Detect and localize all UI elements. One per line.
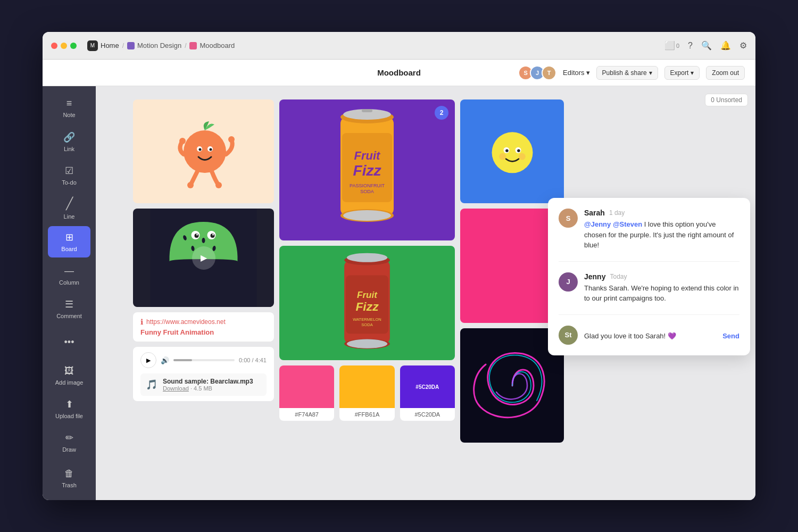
card-fruit-animation[interactable] [133,99,274,203]
svg-point-46 [499,153,506,160]
sidebar-label-upload: Upload file [55,413,83,419]
home-label[interactable]: Home [101,41,119,49]
audio-file-icon: 🎵 [146,379,157,390]
svg-text:SODA: SODA [360,189,374,194]
editors-button[interactable]: Editors ▾ [563,69,589,77]
sidebar-label-note: Note [63,112,75,118]
titlebar-right: ⬜ 0 ? 🔍 🔔 ⚙ [664,40,747,51]
breadcrumb: M Home / Motion Design / Moodboard [87,40,235,51]
comment-thread: S Sarah 1 day @Jenny @Steven I love this… [559,209,739,345]
maximize-button[interactable] [70,43,77,49]
motion-design-label[interactable]: Motion Design [137,41,181,49]
svg-point-5 [179,138,186,144]
comment-input[interactable] [584,332,717,340]
search-icon[interactable]: 🔍 [701,40,712,51]
close-button[interactable] [51,43,57,49]
comment-jenny-header: Jenny Today [584,272,739,281]
sidebar-item-column[interactable]: — Column [48,260,90,291]
draw-icon: ✏ [65,432,73,444]
settings-icon[interactable]: ⚙ [739,40,747,51]
swatch-orange-label: #FFB61A [339,408,394,421]
sidebar-item-trash[interactable]: 🗑 Trash [48,462,90,494]
neon-spiral-svg [464,338,560,434]
svg-point-34 [347,253,387,262]
moodboard-label[interactable]: Moodboard [200,41,235,49]
sidebar-item-board[interactable]: ⊞ Board [48,226,90,257]
svg-point-11 [202,238,205,243]
avatar-steven: St [559,326,578,345]
comment-jenny: J Jenny Today Thanks Sarah. We're hoping… [559,272,739,304]
svg-point-8 [215,182,222,188]
help-icon[interactable]: ? [688,41,693,51]
audio-play-button[interactable]: ▶ [140,352,156,368]
send-button[interactable]: Send [722,332,739,340]
motion-design-icon [127,42,135,49]
bell-icon[interactable]: 🔔 [720,40,731,51]
breadcrumb-motion-design[interactable]: Motion Design [127,41,181,49]
svg-point-18 [196,234,198,236]
audio-file-meta: Download · 4.5 MB [163,385,253,392]
fruit-orange-svg [169,112,238,192]
card-video[interactable]: ▶ [133,209,274,307]
app-header: Moodboard S J T Editors ▾ Publish & shar… [43,60,755,86]
device-icon[interactable]: ⬜ 0 [664,40,679,51]
sidebar-label-column: Column [59,279,79,286]
swatch-orange-color [339,365,394,408]
breadcrumb-moodboard[interactable]: Moodboard [189,41,235,49]
audio-download-link[interactable]: Download [163,385,189,392]
titlebar: M Home / Motion Design / Moodboard ⬜ 0 ?… [43,32,755,60]
swatch-purple: #5C20DA #5C20DA [400,365,455,421]
breadcrumb-sep-1: / [122,42,124,49]
sidebar-item-link[interactable]: 🔗 Link [48,126,90,157]
audio-time: 0:00 / 4:41 [239,357,267,363]
svg-text:Fruit: Fruit [357,289,378,300]
card-green-can[interactable]: Fruit Fizz WATERMELON SODA [279,246,455,360]
comment-count-badge[interactable]: 2 [435,106,448,120]
svg-rect-30 [362,109,372,112]
breadcrumb-home[interactable]: M Home [87,40,119,51]
card-blue-lemon[interactable] [460,99,564,203]
board-icon: ⊞ [65,231,73,243]
card-url: ℹ https://www.acmevideos.net Funny Fruit… [133,312,274,342]
url-text[interactable]: https://www.acmevideos.net [146,318,226,326]
sidebar-label-board: Board [61,246,77,252]
sidebar-label-todo: To-do [62,179,77,186]
svg-point-0 [184,130,226,173]
unsorted-badge: 0 Unsorted [705,94,748,106]
zoom-out-button[interactable]: Zoom out [706,66,745,80]
play-button[interactable]: ▶ [192,246,215,270]
publish-share-button[interactable]: Publish & share ▾ [596,66,658,80]
card-purple-can[interactable]: Fruit Fizz PASSIONFRUIT SODA 2 [279,99,455,240]
comment-jenny-content: Jenny Today Thanks Sarah. We're hoping t… [584,272,739,304]
comment-panel: S Sarah 1 day @Jenny @Steven I love this… [548,198,750,355]
svg-point-19 [212,234,214,236]
sidebar-item-comment[interactable]: ☰ Comment [48,293,90,325]
audio-filename: Sound sample: Bearclaw.mp3 [163,378,253,385]
svg-point-47 [518,153,525,160]
swatch-purple-label: #5C20DA [400,408,455,421]
audio-file-info: 🎵 Sound sample: Bearclaw.mp3 Download · … [140,373,267,396]
comment-divider-1 [559,261,739,262]
svg-point-41 [492,132,533,173]
sidebar-item-more[interactable]: ••• [48,327,90,358]
sidebar-item-draw[interactable]: ✏ Draw [48,427,90,458]
export-button[interactable]: Export ▾ [664,66,700,80]
comment-time-jenny: Today [610,273,627,280]
comment-icon: ☰ [65,298,73,310]
comment-author-jenny: Jenny [584,272,605,281]
sidebar-item-upload[interactable]: ⬆ Upload file [48,393,90,425]
sidebar-item-add-image[interactable]: 🖼 Add image [48,360,90,392]
more-icon: ••• [64,337,74,348]
breadcrumb-sep-2: / [185,42,186,49]
sidebar-item-note[interactable]: ≡ Note [48,93,90,124]
svg-point-44 [505,149,509,152]
sidebar-item-line[interactable]: ╱ Line [48,193,90,224]
todo-icon: ☑ [65,165,73,177]
minimize-button[interactable] [61,43,67,49]
sidebar-item-todo[interactable]: ☑ To-do [48,160,90,191]
sidebar-label-line: Line [64,213,75,220]
column-1: ▶ ℹ https://www.acmevideos.net Funny Fru… [133,99,274,495]
svg-point-35 [347,339,387,348]
svg-point-7 [187,182,194,188]
audio-waveform [173,359,235,361]
